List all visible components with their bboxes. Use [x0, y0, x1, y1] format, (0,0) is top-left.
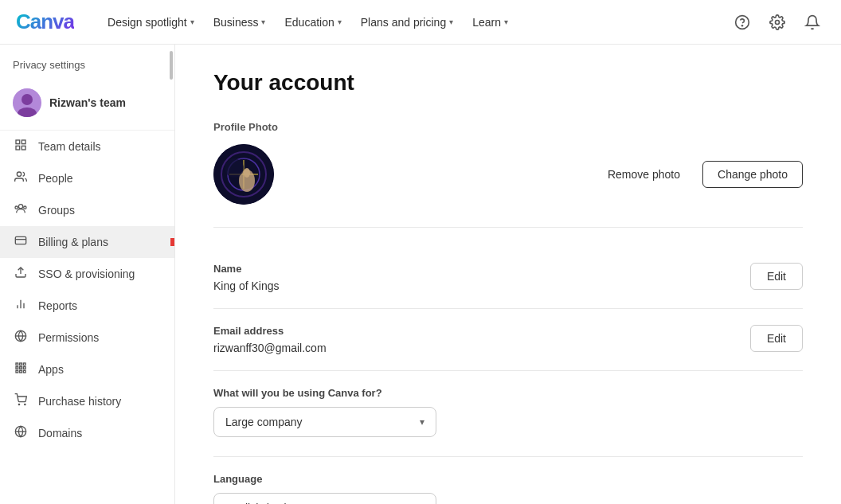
name-field-row: Name King of Kings Edit: [213, 247, 803, 309]
name-edit-button[interactable]: Edit: [750, 263, 803, 290]
sidebar-item-team-details[interactable]: Team details: [0, 131, 174, 162]
sidebar-item-groups[interactable]: Groups: [0, 194, 174, 226]
globe-icon: [13, 425, 29, 441]
topnav-links: Design spotlight ▾ Business ▾ Education …: [100, 11, 710, 33]
grid-icon: [13, 139, 29, 154]
topnav-learn[interactable]: Learn ▾: [464, 11, 516, 33]
sidebar-scrollbar[interactable]: [170, 51, 173, 80]
profile-photo-section: Profile Photo: [213, 121, 803, 228]
usage-label: What will you be using Canva for?: [213, 387, 803, 399]
topnav-plans-pricing[interactable]: Plans and pricing ▾: [353, 11, 461, 33]
apps-icon: [13, 361, 29, 377]
svg-rect-22: [16, 363, 18, 365]
svg-rect-6: [16, 140, 20, 144]
sso-icon: [13, 266, 29, 282]
svg-rect-14: [15, 236, 25, 244]
svg-point-2: [776, 20, 780, 24]
billing-icon: [13, 234, 29, 250]
email-value: rizwanff30@gmail.com: [213, 342, 750, 354]
svg-rect-27: [23, 367, 25, 369]
avatar: [13, 88, 41, 117]
language-dropdown[interactable]: English (US) ▾: [213, 493, 436, 504]
svg-rect-7: [22, 140, 25, 144]
svg-rect-23: [20, 363, 22, 365]
sidebar-item-apps[interactable]: Apps: [0, 354, 174, 385]
language-field: Language English (US) ▾: [213, 456, 803, 504]
svg-point-4: [22, 94, 33, 105]
sidebar-item-purchase-history[interactable]: Purchase history: [0, 385, 174, 417]
name-value: King of Kings: [213, 279, 750, 292]
team-name: Rizwan's team: [49, 96, 126, 109]
email-field-row: Email address rizwanff30@gmail.com Edit: [213, 309, 803, 371]
svg-rect-29: [20, 370, 22, 373]
settings-icon-button[interactable]: [765, 10, 790, 35]
sidebar-item-sso[interactable]: SSO & provisioning: [0, 258, 174, 290]
topnav-icon-group: [730, 10, 825, 35]
name-label: Name: [213, 263, 750, 275]
topnav-business[interactable]: Business ▾: [205, 11, 274, 33]
language-label: Language: [213, 473, 803, 485]
topnav-education[interactable]: Education ▾: [276, 11, 349, 33]
profile-photo-actions: Remove photo Change photo: [595, 161, 803, 188]
sidebar-team-section: Rizwan's team: [0, 79, 174, 131]
canva-logo[interactable]: Canva: [16, 10, 74, 34]
svg-point-31: [18, 404, 19, 404]
sidebar-item-domains[interactable]: Domains: [0, 417, 174, 449]
svg-point-11: [18, 205, 22, 209]
topnav: Canva Design spotlight ▾ Business ▾ Educ…: [0, 0, 841, 45]
notifications-icon-button[interactable]: [800, 10, 825, 35]
name-field-info: Name King of Kings: [213, 263, 750, 292]
svg-point-42: [225, 158, 244, 178]
email-edit-button[interactable]: Edit: [750, 325, 803, 352]
email-label: Email address: [213, 325, 750, 337]
chevron-down-icon: ▾: [190, 18, 194, 26]
profile-photo: [213, 144, 274, 205]
sidebar-item-billing[interactable]: Billing & plans: [0, 226, 174, 258]
usage-dropdown[interactable]: Large company ▾: [213, 407, 436, 437]
chevron-down-icon: ▾: [449, 18, 453, 26]
svg-rect-24: [23, 363, 25, 365]
chevron-down-icon: ▾: [338, 18, 342, 26]
sidebar: Privacy settings Rizwan's team: [0, 45, 175, 504]
page-layout: Privacy settings Rizwan's team: [0, 45, 841, 504]
remove-photo-button[interactable]: Remove photo: [595, 162, 693, 187]
sidebar-item-reports[interactable]: Reports: [0, 290, 174, 322]
page-title: Your account: [213, 70, 803, 96]
svg-rect-30: [23, 370, 25, 373]
groups-icon: [13, 202, 29, 218]
chevron-down-icon: ▾: [420, 416, 424, 428]
usage-field: What will you be using Canva for? Large …: [213, 387, 803, 437]
chevron-down-icon: ▾: [261, 18, 265, 26]
permissions-icon: [13, 330, 29, 346]
svg-point-12: [15, 206, 18, 209]
sidebar-item-people[interactable]: People: [0, 162, 174, 194]
help-icon-button[interactable]: [730, 10, 755, 35]
svg-rect-28: [16, 370, 18, 373]
people-icon: [13, 170, 29, 186]
topnav-design-spotlight[interactable]: Design spotlight ▾: [100, 11, 202, 33]
sidebar-item-permissions[interactable]: Permissions: [0, 322, 174, 354]
svg-point-41: [244, 168, 250, 178]
main-content: Your account Profile Photo: [175, 45, 841, 504]
change-photo-button[interactable]: Change photo: [702, 161, 803, 188]
svg-point-32: [25, 404, 25, 404]
svg-point-10: [17, 172, 21, 176]
svg-point-13: [24, 206, 26, 209]
svg-rect-9: [22, 146, 25, 150]
svg-rect-8: [16, 146, 20, 150]
reports-icon: [13, 298, 29, 314]
chevron-down-icon: ▾: [504, 18, 508, 26]
profile-photo-label: Profile Photo: [213, 121, 803, 133]
usage-selected-value: Large company: [225, 416, 303, 428]
email-field-info: Email address rizwanff30@gmail.com: [213, 325, 750, 354]
sidebar-item-privacy[interactable]: Privacy settings: [0, 51, 174, 79]
svg-rect-26: [20, 367, 22, 369]
profile-photo-row: Remove photo Change photo: [213, 144, 803, 228]
cart-icon: [13, 393, 29, 409]
svg-rect-25: [16, 367, 18, 369]
